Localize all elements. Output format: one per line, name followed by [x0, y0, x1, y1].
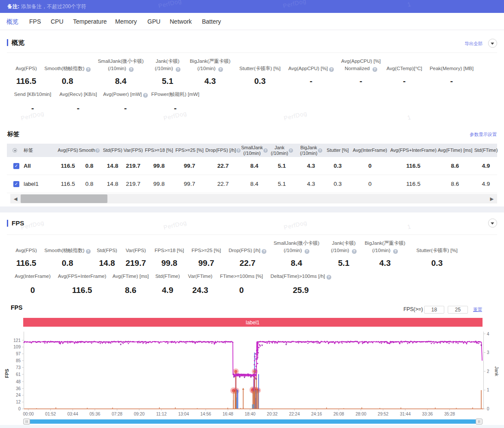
svg-text:24: 24 — [16, 393, 21, 397]
svg-text:13:04: 13:04 — [178, 412, 189, 416]
svg-text:label1: label1 — [246, 320, 260, 326]
svg-text:4: 4 — [487, 332, 489, 336]
svg-text:14:56: 14:56 — [200, 412, 211, 416]
svg-text:33:36: 33:36 — [422, 412, 433, 416]
svg-text:35:28: 35:28 — [444, 412, 455, 416]
svg-text:18:40: 18:40 — [244, 412, 255, 416]
svg-text:3: 3 — [487, 350, 489, 355]
svg-text:01:52: 01:52 — [45, 412, 56, 416]
svg-text:121: 121 — [13, 338, 21, 343]
svg-text:1: 1 — [487, 388, 489, 392]
svg-text:09:20: 09:20 — [134, 412, 144, 416]
svg-text:20:32: 20:32 — [267, 412, 278, 416]
svg-text:0: 0 — [18, 406, 21, 411]
svg-text:22:24: 22:24 — [289, 412, 300, 416]
svg-text:00:00: 00:00 — [23, 412, 34, 416]
svg-text:12: 12 — [16, 400, 21, 404]
svg-text:36: 36 — [16, 386, 21, 391]
svg-text:24:16: 24:16 — [311, 412, 322, 416]
svg-text:29:52: 29:52 — [378, 412, 388, 416]
svg-text:07:28: 07:28 — [112, 412, 122, 416]
svg-text:31:44: 31:44 — [400, 412, 411, 416]
svg-text:109: 109 — [13, 345, 21, 349]
svg-text:28:00: 28:00 — [355, 412, 366, 416]
svg-text:03:44: 03:44 — [67, 412, 78, 416]
svg-text:Jank: Jank — [494, 366, 499, 376]
svg-text:97: 97 — [16, 351, 21, 356]
svg-text:2: 2 — [487, 369, 489, 374]
svg-text:73: 73 — [16, 365, 21, 370]
svg-text:61: 61 — [16, 372, 21, 377]
svg-text:0: 0 — [487, 406, 489, 411]
svg-text:FPS: FPS — [4, 369, 9, 378]
svg-text:05:36: 05:36 — [89, 412, 100, 416]
svg-text:16:48: 16:48 — [223, 412, 233, 416]
svg-text:85: 85 — [16, 358, 21, 363]
svg-text:11:12: 11:12 — [156, 412, 167, 416]
svg-text:26:08: 26:08 — [333, 412, 344, 416]
svg-text:48: 48 — [16, 379, 21, 384]
